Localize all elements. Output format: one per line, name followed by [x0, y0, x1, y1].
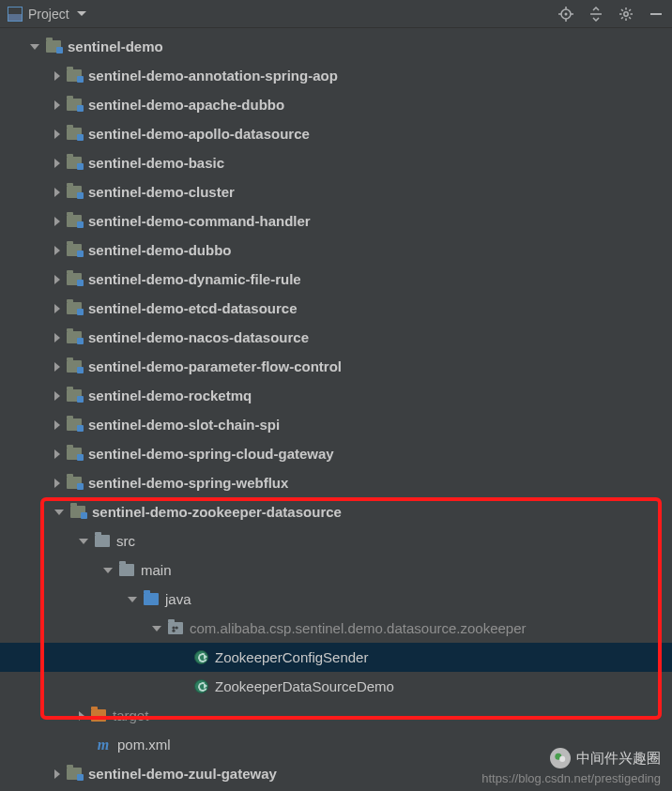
tree-row[interactable]: target — [0, 701, 672, 730]
module-icon — [66, 301, 83, 316]
gear-icon[interactable] — [618, 6, 634, 23]
tree-row[interactable]: ZookeeperDataSourceDemo — [0, 672, 672, 701]
tree-row[interactable]: src — [0, 526, 672, 555]
chevron-down-icon[interactable] — [79, 539, 88, 544]
tree-row[interactable]: com.alibaba.csp.sentinel.demo.datasource… — [0, 614, 672, 643]
tree-item-label: sentinel-demo-dubbo — [88, 242, 232, 258]
tree-item-label: sentinel-demo-zookeeper-datasource — [92, 504, 342, 520]
tree-row[interactable]: main — [0, 555, 672, 585]
tree-item-label: sentinel-demo-spring-cloud-gateway — [88, 446, 334, 462]
tree-item-label: target — [113, 707, 148, 723]
chevron-right-icon[interactable] — [54, 129, 60, 139]
tree-row[interactable]: sentinel-demo-zookeeper-datasource — [0, 497, 672, 526]
tree-row[interactable]: java — [0, 585, 672, 614]
tree-row[interactable]: sentinel-demo-parameter-flow-control — [0, 352, 672, 381]
panel-title[interactable]: Project — [28, 7, 69, 22]
watermark: 中间件兴趣圈 — [550, 748, 661, 768]
tree-row[interactable]: sentinel-demo-nacos-datasource — [0, 323, 672, 352]
hide-icon[interactable] — [648, 6, 664, 23]
chevron-right-icon[interactable] — [54, 479, 60, 488]
svg-line-14 — [621, 17, 623, 19]
tree-row[interactable]: sentinel-demo-spring-cloud-gateway — [0, 439, 672, 468]
maven-icon: m — [95, 738, 112, 753]
tree-row[interactable]: sentinel-demo-apache-dubbo — [0, 90, 672, 119]
module-icon — [66, 388, 83, 403]
plain-icon — [94, 534, 111, 549]
module-icon — [66, 330, 83, 345]
chevron-right-icon[interactable] — [54, 333, 60, 342]
tree-row[interactable]: sentinel-demo-cluster — [0, 177, 672, 206]
tree-row[interactable]: sentinel-demo-annotation-spring-aop — [0, 61, 672, 90]
chevron-right-icon[interactable] — [79, 711, 84, 721]
project-tree[interactable]: sentinel-demosentinel-demo-annotation-sp… — [0, 28, 672, 788]
tree-item-label: ZookeeperDataSourceDemo — [215, 678, 394, 694]
chevron-right-icon[interactable] — [54, 420, 60, 430]
tree-row[interactable]: sentinel-demo-etcd-datasource — [0, 294, 672, 323]
tree-item-label: com.alibaba.csp.sentinel.demo.datasource… — [190, 620, 527, 636]
chevron-right-icon[interactable] — [54, 246, 60, 255]
module-icon — [66, 156, 83, 171]
view-dropdown-icon[interactable] — [77, 11, 86, 16]
chevron-down-icon[interactable] — [103, 568, 113, 573]
tree-row[interactable]: sentinel-demo-rocketmq — [0, 381, 672, 410]
chevron-right-icon[interactable] — [54, 449, 60, 459]
pkg-icon — [167, 621, 184, 636]
module-icon — [45, 39, 62, 54]
tree-row[interactable]: sentinel-demo-slot-chain-spi — [0, 410, 672, 439]
chevron-right-icon[interactable] — [54, 159, 60, 168]
arrow-placeholder — [176, 652, 187, 662]
chevron-right-icon[interactable] — [54, 362, 60, 372]
wechat-icon — [550, 748, 571, 768]
chevron-down-icon[interactable] — [30, 44, 39, 50]
tree-row[interactable]: sentinel-demo-dubbo — [0, 236, 672, 265]
module-icon — [66, 243, 83, 258]
chevron-right-icon[interactable] — [54, 304, 60, 313]
tree-row[interactable]: sentinel-demo-apollo-datasource — [0, 119, 672, 148]
chevron-right-icon[interactable] — [54, 391, 60, 401]
svg-point-1 — [565, 12, 568, 15]
chevron-right-icon[interactable] — [54, 217, 60, 226]
svg-line-12 — [621, 9, 623, 11]
collapse-all-icon[interactable] — [588, 6, 604, 23]
tree-item-label: sentinel-demo-apache-dubbo — [88, 97, 284, 113]
tree-row[interactable]: sentinel-demo-command-handler — [0, 206, 672, 236]
chevron-down-icon[interactable] — [128, 597, 137, 602]
tree-item-label: sentinel-demo-zuul-gateway — [88, 766, 277, 782]
plain-icon — [118, 563, 135, 578]
chevron-down-icon[interactable] — [54, 510, 64, 515]
svg-line-13 — [629, 17, 631, 19]
target-icon — [90, 708, 107, 723]
module-icon — [69, 505, 86, 520]
project-panel-icon — [8, 7, 23, 22]
chevron-right-icon[interactable] — [54, 100, 60, 110]
module-icon — [66, 68, 83, 84]
chevron-down-icon[interactable] — [152, 626, 161, 631]
module-icon — [66, 476, 83, 491]
module-icon — [66, 418, 83, 433]
module-icon — [66, 185, 83, 200]
src-icon — [143, 592, 160, 607]
chevron-right-icon[interactable] — [54, 769, 60, 779]
module-icon — [66, 98, 83, 113]
tree-item-label: ZookeeperConfigSender — [215, 649, 368, 665]
tree-row[interactable]: sentinel-demo-basic — [0, 148, 672, 177]
tree-row[interactable]: ZookeeperConfigSender — [0, 643, 672, 672]
tree-item-label: sentinel-demo-command-handler — [88, 213, 311, 229]
chevron-right-icon[interactable] — [54, 71, 60, 81]
locate-icon[interactable] — [557, 6, 574, 23]
class-icon — [192, 679, 209, 694]
svg-point-7 — [624, 11, 628, 15]
tree-item-label: sentinel-demo-apollo-datasource — [88, 126, 310, 142]
tree-row[interactable]: sentinel-demo-spring-webflux — [0, 468, 672, 497]
tree-item-label: sentinel-demo-slot-chain-spi — [88, 417, 280, 433]
tree-item-label: sentinel-demo-etcd-datasource — [88, 300, 298, 316]
module-icon — [66, 447, 83, 462]
chevron-right-icon[interactable] — [54, 188, 60, 197]
tree-item-label: sentinel-demo-annotation-spring-aop — [88, 68, 338, 84]
module-icon — [66, 272, 83, 287]
watermark-url: https://blog.csdn.net/prestigeding — [481, 771, 661, 785]
chevron-right-icon[interactable] — [54, 275, 60, 284]
tree-row[interactable]: sentinel-demo-dynamic-file-rule — [0, 265, 672, 294]
tree-row[interactable]: sentinel-demo — [0, 32, 672, 61]
class-icon — [192, 650, 209, 665]
